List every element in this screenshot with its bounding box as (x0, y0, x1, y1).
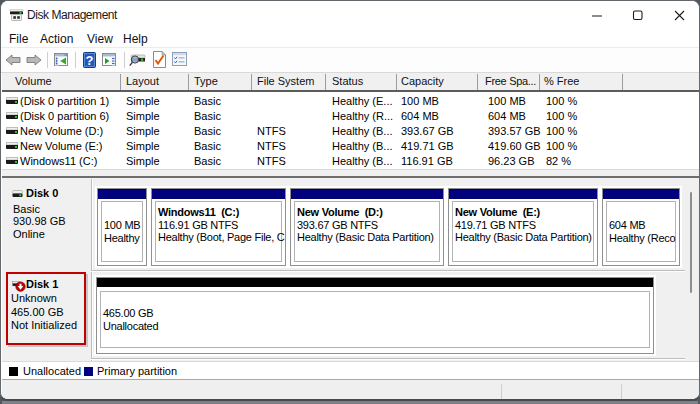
svg-text:?: ? (86, 53, 94, 68)
